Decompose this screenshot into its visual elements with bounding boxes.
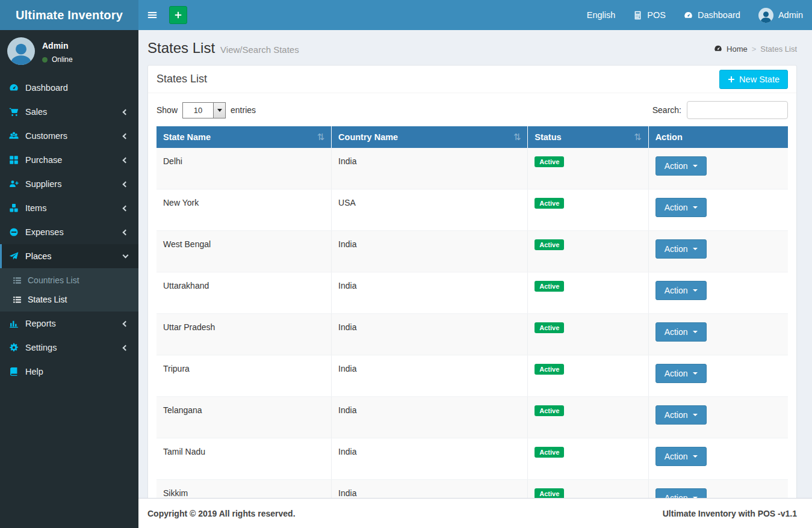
navbar-menu: English POS Dashboard Admin xyxy=(578,0,812,30)
list-icon xyxy=(13,295,22,304)
action-dropdown-button[interactable]: Action xyxy=(655,322,707,342)
sidebar-item-expenses[interactable]: Expenses xyxy=(0,220,138,244)
action-dropdown-button[interactable]: Action xyxy=(655,281,707,300)
action-dropdown-button[interactable]: Action xyxy=(655,364,707,383)
sidebar-item-settings[interactable]: Settings xyxy=(0,336,138,360)
search-input[interactable] xyxy=(687,101,788,119)
sidebar-item-sales[interactable]: Sales xyxy=(0,100,138,124)
states-table: State Name⇅ Country Name⇅ Status⇅ Action… xyxy=(157,126,788,528)
action-cell: Action xyxy=(648,438,788,480)
column-label: State Name xyxy=(163,132,211,142)
nav-item-admin[interactable]: Admin xyxy=(749,0,812,30)
breadcrumb-home-link[interactable]: Home xyxy=(727,45,748,54)
sidebar-subitem-states-list[interactable]: States List xyxy=(0,290,138,309)
sidebar-toggle-button[interactable] xyxy=(138,0,166,30)
nav-item-dashboard[interactable]: Dashboard xyxy=(675,0,749,30)
action-button-label: Action xyxy=(665,203,688,212)
sidebar-subitem-countries-list[interactable]: Countries List xyxy=(0,271,138,290)
caret-down-icon xyxy=(693,248,698,250)
action-cell: Action xyxy=(648,355,788,397)
action-dropdown-button[interactable]: Action xyxy=(655,198,707,217)
sort-icon: ⇅ xyxy=(513,132,521,143)
column-header-country-name[interactable]: Country Name⇅ xyxy=(332,126,528,148)
column-header-status[interactable]: Status⇅ xyxy=(528,126,648,148)
sidebar-item-label: Items xyxy=(25,203,46,213)
page-length-select[interactable]: 10 xyxy=(182,102,226,118)
breadcrumb-separator: > xyxy=(752,45,757,54)
action-cell: Action xyxy=(648,397,788,438)
status-cell: Active xyxy=(528,148,648,189)
bar-chart-icon xyxy=(9,319,19,328)
sidebar-item-help[interactable]: Help xyxy=(0,360,138,384)
sidebar-item-label: Suppliers xyxy=(25,179,61,189)
chevron-left-icon xyxy=(123,109,129,115)
new-state-button[interactable]: New State xyxy=(719,70,788,89)
sidebar-item-places[interactable]: Places xyxy=(0,244,138,268)
action-dropdown-button[interactable]: Action xyxy=(655,447,707,466)
content-header: States List View/Search States Home > St… xyxy=(138,30,812,60)
sidebar-item-label: Dashboard xyxy=(25,83,68,93)
table-row: Telangana India Active Action xyxy=(157,397,788,438)
country-name-cell: India xyxy=(332,148,528,189)
paper-plane-icon xyxy=(9,251,19,261)
sidebar-item-label: Sales xyxy=(25,107,47,117)
column-label: Status xyxy=(535,132,561,142)
nav-item-pos-label: POS xyxy=(647,10,666,20)
plus-icon xyxy=(728,76,735,83)
top-navbar: Ultimate Inventory English POS Dashboard xyxy=(0,0,812,30)
state-name-cell: Uttar Pradesh xyxy=(157,314,332,355)
nav-item-english-label: English xyxy=(587,10,616,20)
user-status-link[interactable]: Online xyxy=(42,55,73,64)
column-header-state-name[interactable]: State Name⇅ xyxy=(157,126,332,148)
nav-item-english[interactable]: English xyxy=(578,0,625,30)
column-header-action: Action xyxy=(648,126,788,148)
search-label: Search: xyxy=(652,105,681,115)
sidebar-item-label: Settings xyxy=(25,343,57,352)
quick-add-button[interactable] xyxy=(169,6,187,24)
state-name-cell: Telangana xyxy=(157,397,332,438)
breadcrumb-current: States List xyxy=(760,45,797,54)
action-dropdown-button[interactable]: Action xyxy=(655,156,707,176)
nav-item-pos[interactable]: POS xyxy=(624,0,675,30)
plus-icon xyxy=(174,11,182,19)
brand-logo[interactable]: Ultimate Inventory xyxy=(0,0,138,30)
online-status-dot xyxy=(42,57,48,63)
state-name-cell: West Bengal xyxy=(157,231,332,272)
caret-down-icon xyxy=(693,372,698,375)
table-row: Tamil Nadu India Active Action xyxy=(157,438,788,480)
action-dropdown-button[interactable]: Action xyxy=(655,405,707,425)
status-badge: Active xyxy=(535,405,564,416)
sidebar-item-reports[interactable]: Reports xyxy=(0,312,138,336)
sidebar-menu: Dashboard Sales Customers Purchase xyxy=(0,76,138,384)
datatable-controls: Show 10 entries Search: xyxy=(157,101,788,119)
action-cell: Action xyxy=(648,231,788,272)
user-info: Admin Online xyxy=(42,37,73,65)
sidebar-item-dashboard[interactable]: Dashboard xyxy=(0,76,138,100)
status-badge: Active xyxy=(535,364,564,375)
caret-down-icon xyxy=(693,455,698,458)
footer-version: Ultimate Inventory with POS -v1.1 xyxy=(663,509,797,518)
hamburger-icon xyxy=(147,10,157,20)
sidebar-item-customers[interactable]: Customers xyxy=(0,124,138,148)
page-title: States List xyxy=(147,40,215,57)
user-name: Admin xyxy=(42,41,73,51)
nav-item-admin-label: Admin xyxy=(778,10,803,20)
country-name-cell: India xyxy=(332,397,528,438)
cart-icon xyxy=(9,107,19,117)
action-button-label: Action xyxy=(665,410,688,420)
action-cell: Action xyxy=(648,272,788,314)
country-name-cell: India xyxy=(332,314,528,355)
sidebar-item-suppliers[interactable]: Suppliers xyxy=(0,172,138,196)
states-list-panel: States List New State Show 10 entries Se… xyxy=(147,65,797,528)
sidebar-item-label: Customers xyxy=(25,131,67,141)
sidebar-item-purchase[interactable]: Purchase xyxy=(0,148,138,172)
sidebar-item-label: Purchase xyxy=(25,155,62,165)
sidebar: Admin Online Dashboard Sales Customers xyxy=(0,30,138,528)
action-dropdown-button[interactable]: Action xyxy=(655,239,707,259)
panel-title: States List xyxy=(157,73,207,85)
table-row: Tripura India Active Action xyxy=(157,355,788,397)
show-label: Show xyxy=(157,105,178,115)
status-badge: Active xyxy=(535,322,564,333)
sidebar-item-items[interactable]: Items xyxy=(0,196,138,220)
status-cell: Active xyxy=(528,272,648,314)
